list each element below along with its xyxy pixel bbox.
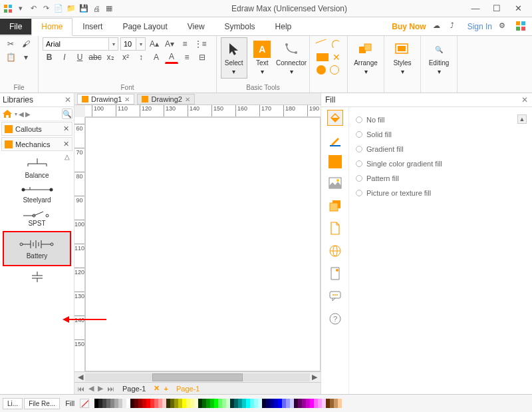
font-name-combo[interactable]: ▾: [43, 37, 118, 51]
open-icon[interactable]: 📁: [66, 3, 76, 14]
page-tab-1[interactable]: Page-1: [118, 385, 150, 393]
fill-opt-texture[interactable]: Picture or texture fill: [356, 186, 525, 200]
radio-icon[interactable]: [356, 131, 362, 138]
circle-shape-icon[interactable]: [317, 65, 326, 75]
shrink-font-icon[interactable]: A▾: [163, 37, 176, 51]
file-menu[interactable]: File: [0, 19, 31, 35]
italic-button[interactable]: I: [58, 51, 71, 64]
chevron-down-icon[interactable]: ▾: [136, 37, 146, 51]
bottom-tab-filerecovery[interactable]: File Re...: [24, 398, 60, 409]
add-page-button[interactable]: ✕: [154, 384, 160, 393]
text-tool[interactable]: AText▾: [249, 37, 276, 79]
vertical-align-icon[interactable]: ⊟: [196, 51, 209, 64]
close-icon[interactable]: ✕: [65, 95, 71, 104]
spacing-icon[interactable]: ↕: [134, 51, 148, 64]
add-page-plus[interactable]: +: [164, 385, 168, 393]
fill-bucket-icon[interactable]: [327, 110, 343, 126]
subscript-button[interactable]: x₂: [104, 51, 117, 64]
align-left-icon[interactable]: ≡: [180, 51, 194, 64]
chevron-down-icon[interactable]: ▾: [261, 68, 264, 75]
drawing-canvas[interactable]: [85, 117, 321, 371]
font-size-combo[interactable]: ▾: [120, 37, 146, 51]
globe-icon[interactable]: [327, 243, 343, 259]
close-icon[interactable]: ✕: [521, 95, 528, 104]
close-icon[interactable]: ✕: [124, 96, 130, 103]
search-icon[interactable]: 🔍: [62, 108, 72, 119]
undo-icon[interactable]: ↶: [28, 3, 39, 14]
pin-icon[interactable]: △: [65, 153, 70, 160]
scroll-right-icon[interactable]: ▶: [310, 373, 319, 381]
tab-home[interactable]: Home: [31, 18, 72, 36]
close-icon[interactable]: ✕: [63, 140, 69, 148]
tab-symbols[interactable]: Symbols: [215, 18, 265, 35]
help-icon[interactable]: ?: [327, 311, 343, 327]
chevron-down-icon[interactable]: ▾: [232, 68, 235, 75]
page-icon[interactable]: [327, 266, 343, 282]
chevron-down-icon[interactable]: ▾: [109, 37, 118, 51]
chevron-down-icon[interactable]: ▾: [364, 68, 368, 75]
color-palette[interactable]: [94, 399, 529, 408]
arrange-button[interactable]: Arrange▾: [352, 37, 380, 79]
shape-spst[interactable]: SPST: [1, 206, 72, 230]
fill-opt-pattern[interactable]: Pattern fill: [356, 171, 525, 186]
align-icon[interactable]: ≡: [178, 37, 192, 51]
doc-tab-drawing2[interactable]: Drawing2✕: [137, 94, 194, 104]
buy-now-link[interactable]: Buy Now: [392, 22, 426, 31]
save-icon[interactable]: 💾: [78, 3, 89, 14]
home-icon[interactable]: [1, 108, 13, 119]
highlight-icon[interactable]: A: [150, 51, 163, 64]
superscript-button[interactable]: x²: [119, 51, 132, 64]
forward-icon[interactable]: ▶: [25, 110, 31, 118]
layers-icon[interactable]: [327, 198, 343, 214]
editing-button[interactable]: 🔍Editing▾: [425, 37, 453, 79]
gear-icon[interactable]: ⚙: [499, 21, 509, 32]
scrollbar-horizontal[interactable]: ◀ ▶: [74, 371, 321, 382]
scroll-left-icon[interactable]: ◀: [76, 373, 85, 381]
sign-in-link[interactable]: Sign In: [467, 22, 492, 31]
cloud-icon[interactable]: ☁: [433, 21, 444, 32]
line-shape-icon[interactable]: [315, 39, 329, 50]
fill-opt-single-gradient[interactable]: Single color gradient fill: [356, 156, 525, 171]
library-section-callouts[interactable]: Callouts✕: [1, 122, 72, 136]
page-prev-icon[interactable]: ◀: [88, 384, 94, 393]
underline-button[interactable]: U: [73, 51, 86, 64]
share-icon[interactable]: ⤴: [450, 21, 461, 32]
chevron-down-icon[interactable]: ▾: [401, 68, 404, 75]
scroll-up-icon[interactable]: ▲: [517, 114, 527, 124]
close-icon[interactable]: ✕: [185, 96, 190, 103]
bottom-tab-libraries[interactable]: Li...: [3, 398, 23, 409]
image-icon[interactable]: [327, 175, 343, 191]
pen-icon[interactable]: [327, 132, 343, 148]
minimize-button[interactable]: —: [466, 3, 485, 13]
bold-button[interactable]: B: [43, 51, 56, 64]
chevron-down-icon[interactable]: ▾: [15, 111, 17, 117]
x-shape-icon[interactable]: ✕: [332, 52, 340, 63]
shape-capacitor[interactable]: [1, 268, 72, 286]
ring-shape-icon[interactable]: [330, 65, 339, 75]
fill-opt-gradient[interactable]: Gradient fill: [356, 142, 525, 156]
page-next-icon[interactable]: ▶: [98, 384, 103, 393]
radio-icon[interactable]: [356, 116, 362, 123]
font-name-input[interactable]: [43, 37, 109, 51]
page-first-icon[interactable]: ⏮: [77, 385, 84, 393]
redo-icon[interactable]: ↷: [41, 3, 51, 14]
grow-font-icon[interactable]: A▴: [148, 37, 161, 51]
back-icon[interactable]: ◀: [19, 110, 24, 118]
chevron-down-icon[interactable]: ▾: [290, 68, 293, 75]
tab-help[interactable]: Help: [265, 18, 302, 35]
strike-button[interactable]: abc: [88, 51, 102, 64]
print-icon[interactable]: 🖨: [91, 3, 102, 14]
font-size-input[interactable]: [120, 37, 136, 51]
radio-icon[interactable]: [356, 160, 362, 167]
brush-icon[interactable]: 🖌: [19, 37, 33, 51]
shape-battery[interactable]: Battery: [4, 232, 70, 265]
chevron-down-icon[interactable]: ▾: [438, 68, 441, 75]
document-icon[interactable]: [327, 220, 343, 236]
rect-shape-icon[interactable]: [317, 53, 329, 61]
shadow-icon[interactable]: [329, 155, 342, 168]
styles-button[interactable]: Styles▾: [388, 37, 416, 79]
font-color-icon[interactable]: A: [165, 51, 178, 64]
fill-opt-solid[interactable]: Solid fill: [356, 127, 525, 142]
shape-steelyard[interactable]: Steelyard: [1, 182, 72, 206]
close-icon[interactable]: ✕: [63, 124, 69, 133]
